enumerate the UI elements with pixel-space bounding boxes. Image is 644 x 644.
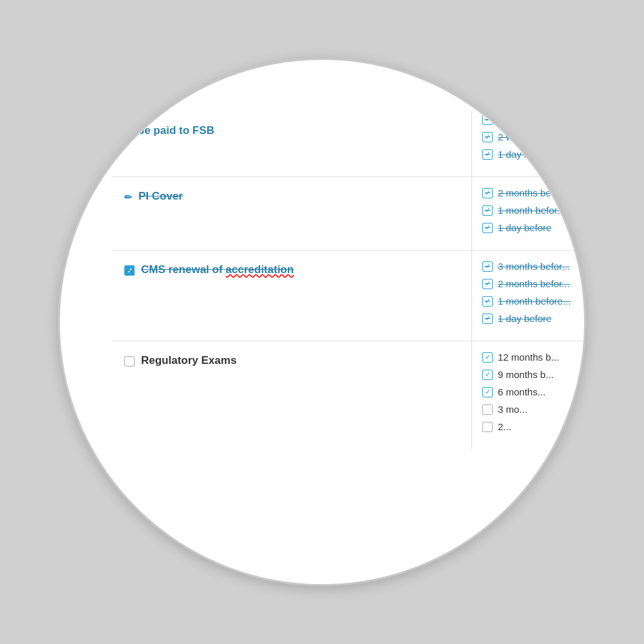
- reg-check-4: 3 mo...: [482, 404, 584, 415]
- cms-check-1-text: 3 months befor...: [498, 261, 570, 272]
- fsb-check-3-box[interactable]: ✓: [482, 149, 493, 160]
- reg-check-2-box[interactable]: ✓: [482, 370, 493, 380]
- cms-check-3-box[interactable]: ✓: [482, 296, 493, 307]
- regulatory-main-checkbox[interactable]: [124, 356, 135, 366]
- reg-check-1: ✓ 12 months b...: [482, 352, 584, 363]
- cms-check-2: ✓ 2 months befor...: [482, 278, 584, 289]
- cms-check-1-box[interactable]: ✓: [482, 261, 493, 272]
- fsb-check-2: ✓ 2 weeks...: [482, 131, 584, 142]
- pi-check-2-text: 1 month befor...: [498, 205, 565, 216]
- pi-check-3: ✓ 1 day before: [482, 222, 584, 233]
- regulatory-label-text: Regulatory Exams: [141, 354, 236, 367]
- row-fsb: to be paid to FSB ✓ 6 we... ✓ 2 weeks...…: [111, 111, 584, 176]
- cms-check-4: ✓ 1 day before: [482, 313, 584, 324]
- pi-check-2-box[interactable]: ✓: [482, 205, 493, 216]
- pi-cover-label-text: PI Cover: [138, 190, 183, 203]
- fsb-check-2-text: 2 weeks...: [498, 131, 542, 142]
- reg-check-3: ✓ 6 months...: [482, 386, 584, 397]
- row-regulatory: Regulatory Exams ✓ 12 months b... ✓ 9 mo…: [111, 341, 584, 449]
- fsb-check-3-text: 1 day befo...: [498, 149, 551, 160]
- row-cms: ✓ CMS renewal of accreditation ✓ 3 month…: [111, 250, 584, 341]
- reg-check-3-text: 6 months...: [498, 386, 545, 397]
- cms-main-checkbox[interactable]: ✓: [124, 265, 135, 276]
- fsb-checks-col: ✓ 6 we... ✓ 2 weeks... ✓ 1 day befo...: [472, 111, 584, 176]
- pi-check-1: ✓ 2 months be...: [482, 187, 584, 198]
- pi-cover-checks-col: ✓ 2 months be... ✓ 1 month befor... ✓ 1 …: [472, 177, 584, 250]
- reg-check-4-box[interactable]: [482, 404, 493, 415]
- reg-check-4-text: 3 mo...: [498, 404, 527, 415]
- pi-cover-label-col: ✏ PI Cover: [111, 177, 472, 250]
- cms-check-3-text: 1 month before...: [498, 296, 571, 307]
- cms-check-2-text: 2 months befor...: [498, 278, 570, 289]
- pi-check-3-text: 1 day before: [498, 222, 551, 233]
- cms-label-col: ✓ CMS renewal of accreditation: [111, 251, 472, 341]
- fsb-check-1-text: 6 we...: [498, 114, 526, 125]
- cms-label-text: CMS renewal of accreditation: [141, 263, 294, 276]
- regulatory-checks-col: ✓ 12 months b... ✓ 9 months b... ✓ 6 mon…: [472, 341, 584, 449]
- reg-check-1-text: 12 months b...: [498, 352, 559, 363]
- cms-check-1: ✓ 3 months befor...: [482, 261, 584, 272]
- cms-checks-col: ✓ 3 months befor... ✓ 2 months befor... …: [472, 251, 584, 341]
- main-circle: to be paid to FSB ✓ 6 we... ✓ 2 weeks...…: [58, 58, 586, 586]
- reg-check-2-text: 9 months b...: [498, 369, 554, 380]
- regulatory-label-col: Regulatory Exams: [111, 341, 472, 449]
- regulatory-label: Regulatory Exams: [124, 354, 461, 367]
- reg-check-2: ✓ 9 months b...: [482, 369, 584, 380]
- cms-check-2-box[interactable]: ✓: [482, 279, 493, 289]
- reg-check-5-text: 2...: [498, 421, 511, 432]
- cms-check-3: ✓ 1 month before...: [482, 296, 584, 307]
- cms-spellcheck: accreditation: [225, 263, 294, 276]
- pi-check-1-box[interactable]: ✓: [482, 188, 493, 198]
- cms-check-4-text: 1 day before: [498, 313, 551, 324]
- pi-check-3-box[interactable]: ✓: [482, 223, 493, 233]
- cms-label: ✓ CMS renewal of accreditation: [124, 263, 461, 276]
- pi-cover-label: ✏ PI Cover: [124, 190, 461, 203]
- fsb-check-1-box[interactable]: ✓: [482, 115, 493, 125]
- reg-check-1-box[interactable]: ✓: [482, 352, 493, 363]
- fsb-check-3: ✓ 1 day befo...: [482, 149, 584, 160]
- reg-check-5: 2...: [482, 421, 584, 432]
- fsb-check-1: ✓ 6 we...: [482, 114, 584, 125]
- fsb-label-text: to be paid to FSB: [124, 124, 214, 137]
- reg-check-3-box[interactable]: ✓: [482, 387, 493, 397]
- cms-check-4-box[interactable]: ✓: [482, 314, 493, 324]
- pencil-icon: ✏: [124, 192, 132, 202]
- pi-check-2: ✓ 1 month befor...: [482, 205, 584, 216]
- fsb-label-col: to be paid to FSB: [111, 111, 472, 176]
- pi-check-1-text: 2 months be...: [498, 187, 559, 198]
- reg-check-5-box[interactable]: [482, 422, 493, 432]
- row-pi-cover: ✏ PI Cover ✓ 2 months be... ✓ 1 month be…: [111, 176, 584, 250]
- fsb-label: to be paid to FSB: [124, 124, 461, 137]
- table-wrapper: to be paid to FSB ✓ 6 we... ✓ 2 weeks...…: [111, 111, 584, 449]
- fsb-check-2-box[interactable]: ✓: [482, 132, 493, 142]
